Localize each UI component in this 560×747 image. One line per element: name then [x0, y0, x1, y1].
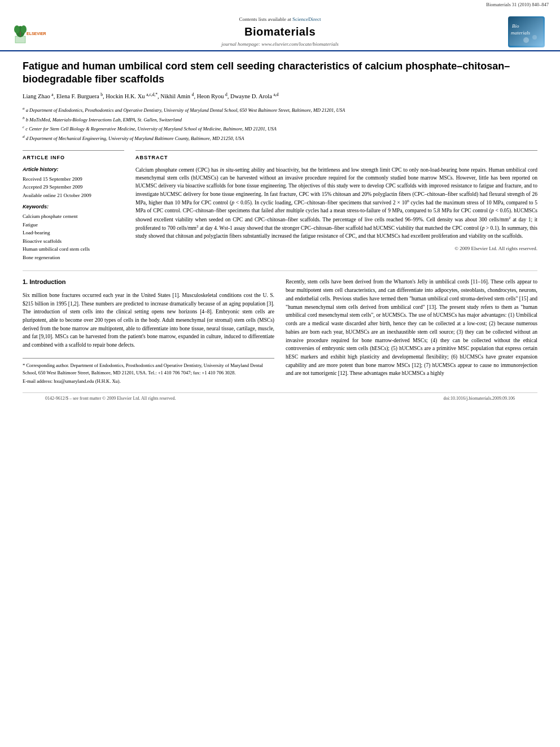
keyword-1: Calcium phosphate cement	[23, 213, 124, 220]
article-info-title: Article info	[23, 154, 124, 161]
journal-header-center: Contents lists available at ScienceDirec…	[56, 14, 504, 50]
affiliation-b: b b MaTisMed, Materials-Biology Interact…	[23, 115, 537, 124]
history-label: Article history:	[23, 166, 124, 173]
body-left-column: 1. Introduction Six million bone fractur…	[23, 278, 274, 387]
affiliation-d: d d Department of Mechanical Engineering…	[23, 134, 537, 142]
journal-logo-area: Bio materials	[504, 14, 549, 50]
svg-text:ELSEVIER: ELSEVIER	[27, 32, 46, 36]
svg-text:Bio: Bio	[512, 23, 519, 29]
journal-header: ELSEVIER Contents lists available at Sci…	[0, 10, 560, 51]
keyword-4: Bioactive scaffolds	[23, 238, 124, 245]
affiliations: a a Department of Endodontics, Prosthodo…	[23, 106, 537, 142]
available-date: Available online 21 October 2009	[23, 192, 124, 199]
introduction-right-text: Recently, stem cells have been derived f…	[286, 278, 537, 378]
affiliation-a: a a Department of Endodontics, Prosthodo…	[23, 106, 537, 114]
keyword-6: Bone regeneration	[23, 254, 124, 261]
article-info-abstract-section: Article info Article history: Received 1…	[23, 150, 537, 262]
authors-line: Liang Zhao a, Elena F. Burguera b, Hocki…	[23, 92, 537, 101]
keywords-section: Keywords: Calcium phosphate cement Fatig…	[23, 203, 124, 261]
elsevier-logo-svg: ELSEVIER	[14, 19, 54, 45]
received-date: Received 15 September 2009	[23, 176, 124, 183]
accepted-date: Accepted 29 September 2009	[23, 184, 124, 191]
journal-citation: Biomaterials 31 (2010) 840–847	[486, 2, 549, 7]
elsevier-box: ELSEVIER	[14, 19, 54, 45]
svg-point-3	[21, 25, 27, 33]
abstract-column: Abstract Calcium phosphate cement (CPC) …	[135, 150, 537, 262]
journal-homepage-line: journal homepage: www.elsevier.com/locat…	[221, 41, 338, 48]
top-info-bar: Biomaterials 31 (2010) 840–847	[0, 0, 560, 10]
abstract-text: Calcium phosphate cement (CPC) has in si…	[135, 166, 537, 241]
affiliation-c: c c Center for Stem Cell Biology & Regen…	[23, 124, 537, 133]
introduction-heading: 1. Introduction	[23, 278, 274, 286]
section-divider	[23, 270, 537, 271]
body-right-column: Recently, stem cells have been derived f…	[286, 278, 537, 387]
elsevier-logo-area: ELSEVIER	[11, 14, 56, 50]
copyright-notice: © 2009 Elsevier Ltd. All rights reserved…	[135, 245, 537, 252]
abstract-section: Abstract Calcium phosphate cement (CPC) …	[135, 150, 537, 252]
footer-issn: 0142-9612/$ – see front matter © 2009 El…	[45, 395, 176, 401]
corresponding-author-note: * Corresponding author. Department of En…	[23, 362, 274, 377]
keyword-5: Human umbilical cord stem cells	[23, 246, 124, 253]
svg-point-10	[532, 35, 537, 40]
journal-name-header: Biomaterials	[244, 24, 316, 40]
article-info-column: Article info Article history: Received 1…	[23, 150, 124, 262]
article-title: Fatigue and human umbilical cord stem ce…	[23, 60, 537, 86]
footer-doi: doi:10.1016/j.biomaterials.2009.09.106	[444, 395, 515, 401]
main-content: Fatigue and human umbilical cord stem ce…	[0, 51, 560, 415]
email-note: E-mail address: hxu@umaryland.edu (H.H.K…	[23, 378, 274, 385]
keywords-label: Keywords:	[23, 203, 124, 211]
journal-logo-box: Bio materials	[508, 16, 545, 47]
sciencedirect-line: Contents lists available at ScienceDirec…	[239, 16, 321, 23]
keyword-2: Fatigue	[23, 221, 124, 229]
page: Biomaterials 31 (2010) 840–847 ELSEVIER	[0, 0, 560, 747]
article-info-box: Article info Article history: Received 1…	[23, 150, 124, 261]
abstract-title: Abstract	[135, 154, 537, 161]
introduction-left-text: Six million bone fractures occurred each…	[23, 291, 274, 350]
svg-point-9	[523, 37, 529, 43]
keyword-3: Load-bearing	[23, 229, 124, 237]
page-footer: 0142-9612/$ – see front matter © 2009 El…	[23, 392, 537, 404]
sciencedirect-link[interactable]: ScienceDirect	[292, 16, 321, 22]
svg-point-2	[14, 25, 20, 33]
authors-text: Liang Zhao a, Elena F. Burguera b, Hocki…	[23, 93, 278, 99]
svg-text:materials: materials	[511, 30, 530, 36]
footnote-section: * Corresponding author. Department of En…	[23, 358, 274, 385]
body-content: 1. Introduction Six million bone fractur…	[23, 278, 537, 387]
journal-cover-image: Bio materials	[509, 18, 543, 46]
